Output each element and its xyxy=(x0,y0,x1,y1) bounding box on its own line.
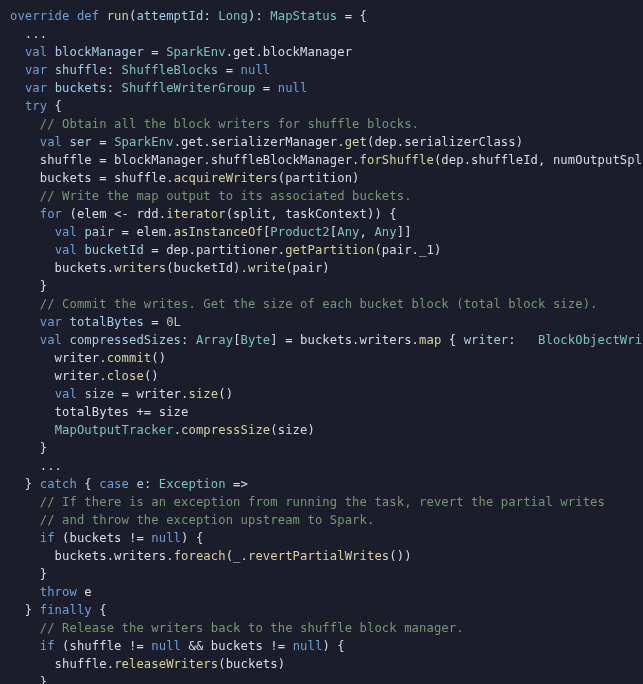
code-line: val bucketId = dep.partitioner.getPartit… xyxy=(10,243,441,257)
code-line: buckets = shuffle.acquireWriters(partiti… xyxy=(10,171,360,185)
code-line: throw e xyxy=(10,585,92,599)
code-line: var buckets: ShuffleWriterGroup = null xyxy=(10,81,308,95)
code-line: var shuffle: ShuffleBlocks = null xyxy=(10,63,270,77)
code-content: override def run(attemptId: Long): MapSt… xyxy=(10,9,643,684)
code-line: // Write the map output to its associate… xyxy=(10,189,412,203)
code-line: val ser = SparkEnv.get.serializerManager… xyxy=(10,135,523,149)
code-line: // Obtain all the block writers for shuf… xyxy=(10,117,419,131)
code-line: ... xyxy=(10,459,62,473)
code-line: // Commit the writes. Get the size of ea… xyxy=(10,297,598,311)
code-line: } xyxy=(10,441,47,455)
code-line: totalBytes += size xyxy=(10,405,189,419)
code-line: try { xyxy=(10,99,62,113)
code-line: if (shuffle != null && buckets != null) … xyxy=(10,639,345,653)
code-line: for (elem <- rdd.iterator(split, taskCon… xyxy=(10,207,397,221)
code-line: shuffle.releaseWriters(buckets) xyxy=(10,657,285,671)
code-line: val size = writer.size() xyxy=(10,387,233,401)
code-line: writer.commit() xyxy=(10,351,166,365)
code-line: MapOutputTracker.compressSize(size) xyxy=(10,423,315,437)
code-line: } xyxy=(10,567,47,581)
code-block: override def run(attemptId: Long): MapSt… xyxy=(0,0,643,684)
code-line: ... xyxy=(10,27,47,41)
code-line: } catch { case e: Exception => xyxy=(10,477,248,491)
code-line: shuffle = blockManager.shuffleBlockManag… xyxy=(10,153,643,167)
code-line: // Release the writers back to the shuff… xyxy=(10,621,464,635)
code-line: if (buckets != null) { xyxy=(10,531,203,545)
code-line: val blockManager = SparkEnv.get.blockMan… xyxy=(10,45,352,59)
code-line: buckets.writers.foreach(_.revertPartialW… xyxy=(10,549,412,563)
code-line: buckets.writers(bucketId).write(pair) xyxy=(10,261,330,275)
code-line: } finally { xyxy=(10,603,107,617)
code-line: var totalBytes = 0L xyxy=(10,315,181,329)
code-line: writer.close() xyxy=(10,369,159,383)
code-line: override def run(attemptId: Long): MapSt… xyxy=(10,9,367,23)
code-line: // and throw the exception upstream to S… xyxy=(10,513,374,527)
code-line: val pair = elem.asInstanceOf[Product2[An… xyxy=(10,225,412,239)
code-line: } xyxy=(10,279,47,293)
code-line: val compressedSizes: Array[Byte] = bucke… xyxy=(10,333,643,347)
code-line: } xyxy=(10,675,47,684)
code-line: // If there is an exception from running… xyxy=(10,495,605,509)
